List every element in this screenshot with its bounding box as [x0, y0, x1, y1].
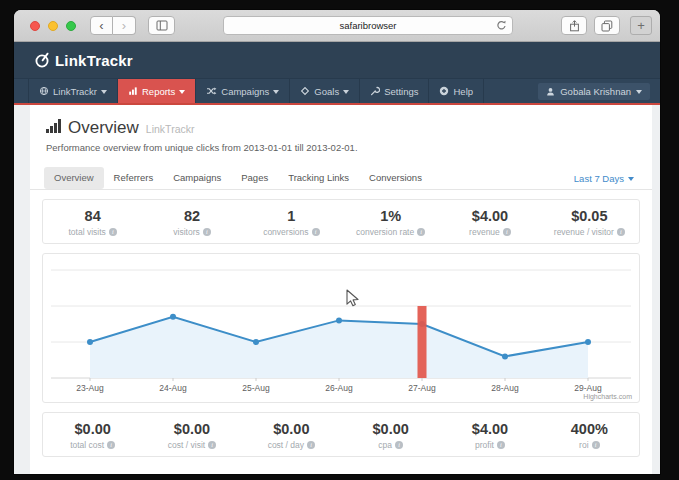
stat-label: cpa [378, 440, 392, 450]
stat-revenue: $4.00revenuei [440, 208, 539, 237]
refresh-icon [496, 20, 507, 31]
stat-label: cost / day [268, 440, 304, 450]
plus-circle-icon [439, 86, 449, 96]
sidebar-icon [156, 20, 168, 31]
stat-value: 400% [540, 421, 639, 437]
info-icon[interactable]: i [497, 441, 505, 449]
info-icon[interactable]: i [107, 441, 115, 449]
nav-item-help[interactable]: Help [429, 79, 484, 103]
stat-roi: 400%roii [540, 421, 639, 450]
stat-total-cost: $0.00total costi [43, 421, 142, 450]
nav-label: Help [453, 86, 473, 97]
chevron-down-icon [273, 90, 279, 94]
chevron-down-icon [179, 90, 185, 94]
stat-label: roi [579, 440, 588, 450]
share-icon [569, 20, 580, 32]
svg-text:27-Aug: 27-Aug [408, 383, 436, 393]
minimize-window-button[interactable] [48, 21, 58, 31]
stat-value: 84 [43, 208, 142, 224]
stat-value: $0.00 [242, 421, 341, 437]
site-header: LinkTrackr [14, 42, 660, 78]
date-range-label: Last 7 Days [574, 173, 624, 184]
chevron-down-icon [628, 177, 634, 181]
tab-tracking-links[interactable]: Tracking Links [278, 167, 359, 189]
show-all-tabs-button[interactable] [594, 16, 620, 35]
visits-area-chart[interactable]: 23-Aug24-Aug25-Aug26-Aug27-Aug28-Aug29-A… [43, 254, 639, 402]
tab-conversions[interactable]: Conversions [359, 167, 432, 189]
browser-window: ‹ › safaribrowser + [14, 10, 660, 474]
svg-text:23-Aug: 23-Aug [76, 383, 104, 393]
address-bar[interactable]: safaribrowser [223, 16, 513, 35]
svg-text:26-Aug: 26-Aug [325, 383, 353, 393]
tab-referrers[interactable]: Referrers [104, 167, 164, 189]
stat-label: conversion rate [356, 227, 414, 237]
forward-button[interactable]: › [113, 16, 136, 35]
refresh-button[interactable] [496, 20, 507, 33]
chevron-down-icon [343, 90, 349, 94]
sidebar-toggle-button[interactable] [148, 16, 175, 35]
page-description: Performance overview from unique clicks … [46, 142, 636, 153]
stat-value: $0.00 [341, 421, 440, 437]
info-icon[interactable]: i [208, 441, 216, 449]
shuffle-icon [206, 86, 217, 96]
stat-visitors: 82visitorsi [142, 208, 241, 237]
date-range-dropdown[interactable]: Last 7 Days [574, 173, 638, 184]
share-button[interactable] [561, 16, 587, 35]
info-icon[interactable]: i [109, 228, 117, 236]
nav-item-goals[interactable]: Goals [290, 79, 360, 103]
stat-label: cost / visit [168, 440, 205, 450]
visits-chart-panel[interactable]: 23-Aug24-Aug25-Aug26-Aug27-Aug28-Aug29-A… [42, 253, 640, 403]
close-window-button[interactable] [30, 21, 40, 31]
svg-text:24-Aug: 24-Aug [159, 383, 187, 393]
stat-value: 1% [341, 208, 440, 224]
nav-label: Settings [384, 86, 418, 97]
info-icon[interactable]: i [592, 441, 600, 449]
info-icon[interactable]: i [395, 441, 403, 449]
info-icon[interactable]: i [417, 228, 425, 236]
tab-campaigns[interactable]: Campaigns [163, 167, 231, 189]
page-title: Overview [68, 119, 139, 136]
main-nav: LinkTrackr Reports Campaigns Goals Setti… [14, 78, 660, 105]
overview-chart-icon [46, 119, 61, 133]
svg-text:Highcharts.com: Highcharts.com [583, 393, 632, 401]
stat-value: $4.00 [440, 208, 539, 224]
web-page: LinkTrackr LinkTrackr Reports Campaigns … [14, 42, 660, 474]
stat-total-visits: 84total visitsi [43, 208, 142, 237]
stat-label: total cost [70, 440, 104, 450]
back-button[interactable]: ‹ [90, 16, 113, 35]
svg-text:28-Aug: 28-Aug [491, 383, 519, 393]
stat-label: visitors [173, 227, 199, 237]
globe-icon [39, 86, 49, 96]
nav-item-linktrackr[interactable]: LinkTrackr [28, 79, 118, 103]
stat-conversion-rate: 1%conversion ratei [341, 208, 440, 237]
info-icon[interactable]: i [312, 228, 320, 236]
new-tab-button[interactable]: + [630, 16, 652, 35]
linktrackr-logo[interactable]: LinkTrackr [34, 52, 133, 69]
svg-text:25-Aug: 25-Aug [242, 383, 270, 393]
info-icon[interactable]: i [617, 228, 625, 236]
nav-item-campaigns[interactable]: Campaigns [196, 79, 290, 103]
stats-panel-top: 84total visitsi82visitorsi1conversionsi1… [42, 199, 640, 244]
user-menu[interactable]: Gobala Krishnan [538, 83, 650, 100]
stats-panel-bottom: $0.00total costi$0.00cost / visiti$0.00c… [42, 412, 640, 457]
stat-conversions: 1conversionsi [242, 208, 341, 237]
tab-overview[interactable]: Overview [44, 167, 104, 189]
nav-item-reports[interactable]: Reports [118, 79, 196, 103]
stat-revenue-visitor: $0.05revenue / visitori [540, 208, 639, 237]
nav-label: LinkTrackr [53, 86, 97, 97]
info-icon[interactable]: i [503, 228, 511, 236]
wrench-icon [370, 86, 380, 96]
info-icon[interactable]: i [307, 441, 315, 449]
info-icon[interactable]: i [203, 228, 211, 236]
report-tabs: Overview Referrers Campaigns Pages Track… [30, 167, 652, 190]
tab-pages[interactable]: Pages [231, 167, 278, 189]
zoom-window-button[interactable] [66, 21, 76, 31]
stat-value: 82 [142, 208, 241, 224]
chevron-down-icon [636, 90, 642, 94]
stat-label: total visits [69, 227, 106, 237]
content-card: Overview LinkTrackr Performance overview… [30, 105, 652, 474]
nav-item-settings[interactable]: Settings [360, 79, 429, 103]
stat-cost-visit: $0.00cost / visiti [142, 421, 241, 450]
svg-text:29-Aug: 29-Aug [574, 383, 602, 393]
stat-label: profit [475, 440, 494, 450]
